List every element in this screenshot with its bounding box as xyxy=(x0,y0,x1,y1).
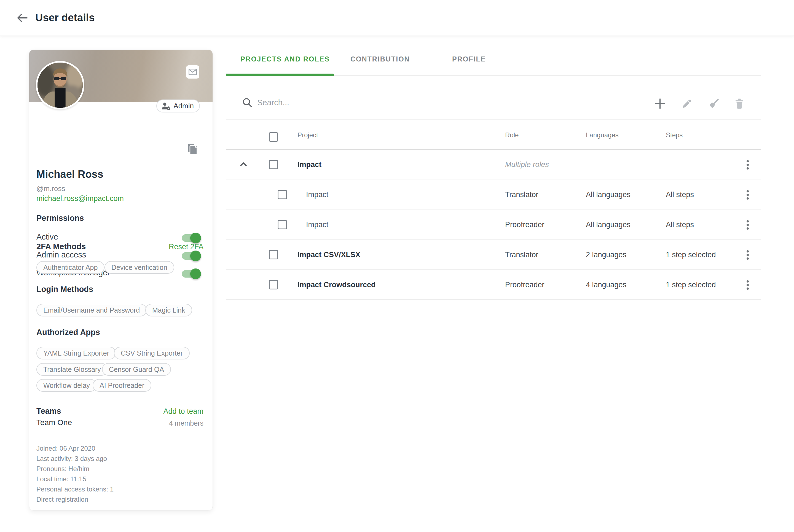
role-badge: Admin xyxy=(156,99,200,112)
column-project: Project xyxy=(298,131,318,139)
cell-steps: All steps xyxy=(666,190,694,199)
meta-access-tokens: Personal access tokens: 1 xyxy=(36,484,114,494)
select-all-checkbox[interactable] xyxy=(269,132,278,142)
toggle-workspace-manager[interactable] xyxy=(182,270,199,278)
team-name: Team One xyxy=(36,418,72,427)
login-chip: Email/Username and Password xyxy=(36,304,147,317)
user-meta: Joined: 06 Apr 2020 Last activity: 3 day… xyxy=(36,443,114,505)
login-methods-title: Login Methods xyxy=(36,285,93,294)
twofa-chip: Authenticator App xyxy=(36,261,105,274)
row-checkbox[interactable] xyxy=(278,220,287,229)
cell-languages: All languages xyxy=(586,221,630,229)
admin-user-gear-icon xyxy=(161,102,171,110)
cell-role: Proofreader xyxy=(505,221,545,229)
toolbar-divider xyxy=(226,119,761,120)
cell-project: Impact xyxy=(298,160,321,169)
column-role: Role xyxy=(505,131,518,139)
cell-role: Multiple roles xyxy=(505,160,549,169)
twofa-title: 2FA Methods xyxy=(36,242,86,251)
authorized-apps-title: Authorized Apps xyxy=(36,328,100,337)
cell-languages: All languages xyxy=(586,190,630,199)
add-to-team-link[interactable]: Add to team xyxy=(163,407,204,416)
table-row[interactable]: Impact Translator All languages All step… xyxy=(226,180,761,209)
tab-contribution[interactable]: CONTRIBUTION xyxy=(351,55,410,63)
table-row[interactable]: Impact Proofreader All languages All ste… xyxy=(226,210,761,240)
copy-email-icon[interactable] xyxy=(187,143,199,155)
login-chip: Magic Link xyxy=(145,304,192,317)
twofa-chip: Device verification xyxy=(105,261,174,274)
cell-project: Impact xyxy=(306,190,328,199)
row-menu-kebab-icon[interactable] xyxy=(741,158,754,172)
column-steps: Steps xyxy=(666,131,683,139)
reset-2fa-link[interactable]: Reset 2FA xyxy=(169,243,204,251)
column-languages: Languages xyxy=(586,131,619,139)
cell-project: Impact Crowdsourced xyxy=(298,281,376,289)
chevron-up-icon[interactable] xyxy=(239,160,248,169)
meta-local-time: Local time: 11:15 xyxy=(36,474,114,484)
clear-broom-icon[interactable] xyxy=(706,96,721,111)
role-badge-label: Admin xyxy=(173,102,194,110)
tab-profile[interactable]: PROFILE xyxy=(452,55,486,63)
table-row[interactable]: Impact Crowdsourced Proofreader 4 langua… xyxy=(226,270,761,300)
meta-pronouns: Pronouns: He/him xyxy=(36,464,114,474)
cell-steps: All steps xyxy=(666,221,694,229)
table-row[interactable]: Impact CSV/XLSX Translator 2 languages 1… xyxy=(226,240,761,270)
cell-steps: 1 step selected xyxy=(666,251,716,259)
search-icon xyxy=(242,97,253,108)
toggle-label-admin-access: Admin access xyxy=(36,250,86,260)
user-handle: @m.ross xyxy=(36,185,65,193)
toggle-active[interactable] xyxy=(182,234,199,242)
team-members-count: 4 members xyxy=(169,419,204,427)
meta-joined: Joined: 06 Apr 2020 xyxy=(36,443,114,453)
cell-languages: 4 languages xyxy=(586,281,626,289)
cell-role: Proofreader xyxy=(505,281,545,289)
app-chip: Workflow delay xyxy=(36,379,97,392)
table-row[interactable]: Impact Multiple roles xyxy=(226,150,761,179)
row-checkbox[interactable] xyxy=(278,190,287,199)
meta-registration: Direct registration xyxy=(36,494,114,505)
cell-role: Translator xyxy=(505,251,538,259)
page-title: User details xyxy=(35,12,95,24)
cell-project: Impact CSV/XLSX xyxy=(298,251,360,259)
send-email-button[interactable] xyxy=(186,65,199,79)
tab-projects-and-roles[interactable]: PROJECTS AND ROLES xyxy=(240,55,330,63)
edit-pencil-icon[interactable] xyxy=(679,96,695,111)
meta-last-activity: Last activity: 3 days ago xyxy=(36,453,114,464)
back-arrow-icon[interactable] xyxy=(14,10,30,26)
row-menu-kebab-icon[interactable] xyxy=(741,278,754,292)
user-email-link[interactable]: michael.ross@impact.com xyxy=(36,194,124,203)
app-chip: YAML String Exporter xyxy=(36,347,116,359)
row-menu-kebab-icon[interactable] xyxy=(741,248,754,262)
table-header: Project Role Languages Steps xyxy=(226,122,761,150)
row-checkbox[interactable] xyxy=(269,160,278,169)
user-details-page: User details xyxy=(0,0,794,532)
row-menu-kebab-icon[interactable] xyxy=(741,188,754,202)
app-chip: Censor Guard QA xyxy=(102,363,171,376)
cell-project: Impact xyxy=(306,221,328,229)
cell-role: Translator xyxy=(505,190,538,199)
search-input[interactable] xyxy=(257,94,588,111)
row-checkbox[interactable] xyxy=(269,250,278,260)
cell-steps: 1 step selected xyxy=(666,281,716,289)
table-toolbar xyxy=(226,91,761,120)
app-chip: CSV String Exporter xyxy=(114,347,190,359)
cell-languages: 2 languages xyxy=(586,251,626,259)
avatar xyxy=(36,61,84,110)
app-chip: Translate Glossary xyxy=(36,363,108,376)
user-name: Michael Ross xyxy=(36,168,103,180)
active-tab-indicator xyxy=(226,74,334,76)
add-icon[interactable] xyxy=(652,96,668,111)
teams-title: Teams xyxy=(36,406,61,416)
row-checkbox[interactable] xyxy=(269,280,278,289)
row-menu-kebab-icon[interactable] xyxy=(741,218,754,232)
permissions-title: Permissions xyxy=(36,214,84,223)
top-bar: User details xyxy=(0,0,794,36)
delete-trash-icon[interactable] xyxy=(732,96,747,111)
toggle-label-active: Active xyxy=(36,232,58,242)
profile-card: Admin Michael Ross @m.ross michael.ross@… xyxy=(29,50,213,511)
toggle-admin-access[interactable] xyxy=(182,252,199,260)
app-chip: AI Proofreader xyxy=(93,379,151,392)
